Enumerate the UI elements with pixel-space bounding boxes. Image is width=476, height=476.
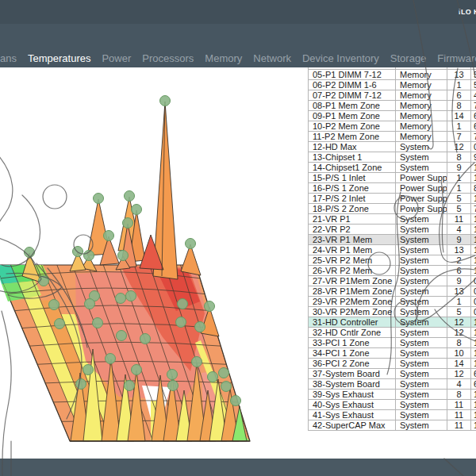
sensor-dot[interactable] [55, 319, 65, 329]
sensor-dot[interactable] [84, 251, 94, 261]
location-cell: Memory [396, 70, 447, 80]
location-cell: System [396, 359, 447, 369]
tab-temperatures[interactable]: Temperatures [28, 52, 90, 64]
tab-device-inventory[interactable]: Device Inventory [302, 52, 379, 64]
table-row[interactable]: 39-Sys ExhaustSystem81 [309, 390, 476, 400]
y-cell: 6 [471, 111, 476, 121]
tab-storage[interactable]: Storage [390, 52, 427, 64]
sensor-dot[interactable] [160, 96, 171, 106]
sensor-dot[interactable] [167, 370, 178, 380]
sensor-dot[interactable] [208, 372, 218, 382]
table-row[interactable]: 16-P/S 1 ZonePower Supply18 [309, 183, 476, 194]
sensor-dot[interactable] [186, 239, 196, 249]
sensor-dot[interactable] [93, 318, 103, 328]
y-cell: 7 [471, 204, 476, 214]
tab-network[interactable]: Network [253, 52, 291, 64]
sensor-dot[interactable] [85, 299, 95, 309]
table-row[interactable]: 37-System BoardSystem126 [309, 369, 476, 379]
sensor-dot[interactable] [39, 276, 49, 286]
sensor-dot[interactable] [106, 354, 116, 364]
sensor-dot[interactable] [168, 381, 178, 391]
table-row[interactable]: 12-HD MaxSystem120 [309, 142, 476, 152]
location-cell: System [396, 420, 447, 431]
sensor-cell: 08-P1 Mem Zone [309, 101, 396, 111]
table-row[interactable]: 32-HD Cntlr ZoneSystem121 [309, 328, 476, 338]
location-cell: System [396, 255, 447, 266]
sensor-dot[interactable] [195, 322, 205, 332]
sensor-dot[interactable] [123, 218, 133, 228]
table-row[interactable]: 08-P1 Mem ZoneMemory87 [309, 101, 476, 111]
sensor-dot[interactable] [140, 334, 151, 344]
sensor-dot[interactable] [176, 317, 186, 328]
tab-memory[interactable]: Memory [205, 52, 242, 64]
table-row[interactable]: 27-VR P1Mem ZoneSystem90 [309, 276, 476, 286]
sensor-dot[interactable] [125, 191, 135, 202]
x-cell: 6 [447, 90, 471, 101]
table-row[interactable]: 42-SuperCAP MaxSystem111 [309, 420, 476, 431]
sensor-dot[interactable] [125, 381, 135, 391]
sensor-cell: 15-P/S 1 Inlet [309, 173, 396, 183]
x-cell: 2 [447, 255, 471, 266]
location-cell: System [396, 214, 447, 225]
sensor-dot[interactable] [73, 247, 83, 257]
sensor-dot[interactable] [221, 382, 232, 392]
table-row[interactable]: 18-P/S 2 ZonePower Supply57 [309, 204, 476, 214]
table-row[interactable]: 41-Sys ExhaustSystem111 [309, 410, 476, 420]
table-row[interactable]: 09-P1 Mem ZoneMemory146 [309, 111, 476, 121]
sensor-dot[interactable] [132, 205, 142, 215]
sensor-dot[interactable] [219, 368, 229, 378]
tab-power[interactable]: Power [102, 52, 131, 64]
sensor-dot[interactable] [132, 365, 142, 375]
table-row[interactable]: 10-P2 Mem ZoneMemory16 [309, 121, 476, 132]
sensor-dot[interactable] [94, 194, 104, 204]
table-row[interactable]: 34-PCI 1 ZoneSystem101 [309, 348, 476, 359]
tab-firmware[interactable]: Firmware [437, 52, 476, 64]
sensor-cell: 12-HD Max [309, 142, 396, 152]
table-row[interactable]: 21-VR P1System111 [309, 214, 476, 225]
table-row[interactable]: 36-PCI 2 ZoneSystem141 [309, 359, 476, 369]
table-row[interactable]: 40-Sys ExhaustSystem111 [309, 400, 476, 410]
table-row[interactable]: 22-VR P2System41 [309, 225, 476, 235]
table-row[interactable]: 23-VR P1 MemSystem91 [309, 235, 476, 245]
sensor-dot[interactable] [126, 291, 136, 301]
table-row[interactable]: 30-VR P2Mem ZoneSystem50 [309, 307, 476, 317]
sensor-dot[interactable] [178, 299, 188, 309]
table-row[interactable]: 13-Chipset 1System89 [309, 152, 476, 163]
table-row[interactable]: 05-P1 DIMM 7-12Memory135 [309, 70, 476, 80]
sensor-dot[interactable] [116, 294, 126, 304]
sensor-dot[interactable] [49, 300, 60, 310]
table-row[interactable]: 33-PCI 1 ZoneSystem81 [309, 338, 476, 348]
table-row[interactable]: 07-P2 DIMM 7-12Memory64 [309, 90, 476, 101]
sensor-dot[interactable] [231, 396, 241, 406]
sensor-cell: 29-VR P2Mem Zone [309, 297, 396, 307]
sensor-dot[interactable] [76, 379, 86, 390]
temperature-sensor-table: 05-P1 DIMM 7-12Memory13506-P2 DIMM 1-6Me… [308, 67, 476, 431]
table-row[interactable]: 06-P2 DIMM 1-6Memory15 [309, 80, 476, 90]
sensor-dot[interactable] [83, 365, 94, 375]
table-row[interactable]: 38-System BoardSystem46 [309, 379, 476, 390]
location-cell: Memory [396, 90, 447, 101]
table-row[interactable]: 29-VR P2Mem ZoneSystem10 [309, 297, 476, 307]
tab-ans[interactable]: ans [0, 52, 17, 64]
sensor-dot[interactable] [118, 251, 129, 261]
sensor-dot[interactable] [25, 248, 35, 258]
table-row[interactable]: 28-VR P1Mem ZoneSystem130 [309, 286, 476, 297]
table-row[interactable]: 26-VR P2 MemSystem61 [309, 266, 476, 276]
tab-processors[interactable]: Processors [142, 52, 194, 64]
sensor-cell: 21-VR P1 [309, 214, 396, 225]
table-row[interactable]: 14-Chipset1 ZoneSystem91 [309, 163, 476, 173]
sensor-dot[interactable] [104, 231, 114, 241]
sensor-cell: 39-Sys Exhaust [309, 390, 396, 400]
table-row[interactable]: 15-P/S 1 InletPower Supply11 [309, 173, 476, 183]
x-cell: 9 [447, 235, 471, 245]
sensor-dot[interactable] [205, 301, 215, 312]
sensor-cell: 32-HD Cntlr Zone [309, 328, 396, 338]
table-row[interactable]: 17-P/S 2 InletPower Supply51 [309, 194, 476, 204]
sensor-dot[interactable] [192, 357, 202, 367]
table-row[interactable]: 31-HD ControllerSystem121 [309, 317, 476, 328]
table-row[interactable]: 25-VR P2 MemSystem21 [309, 255, 476, 266]
table-row[interactable]: 24-VR P1 MemSystem131 [309, 245, 476, 255]
sensor-dot[interactable] [117, 331, 127, 341]
x-cell: 1 [447, 121, 471, 132]
table-row[interactable]: 11-P2 Mem ZoneMemory77 [309, 132, 476, 142]
